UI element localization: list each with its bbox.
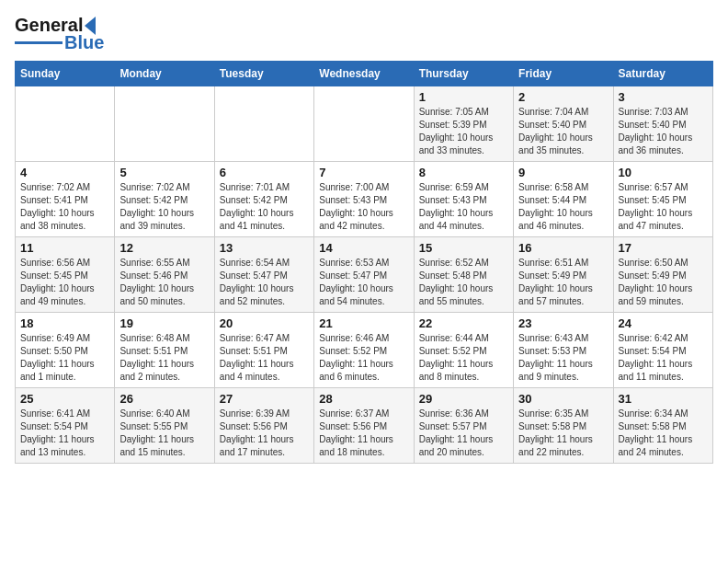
day-number: 15 (419, 241, 508, 255)
calendar-cell: 4Sunrise: 7:02 AMSunset: 5:41 PMDaylight… (16, 162, 115, 237)
day-number: 7 (319, 166, 408, 179)
calendar-cell: 8Sunrise: 6:59 AMSunset: 5:43 PMDaylight… (414, 162, 513, 237)
calendar-cell (214, 86, 313, 162)
calendar-cell: 30Sunrise: 6:35 AMSunset: 5:58 PMDayligh… (514, 388, 613, 464)
column-header-friday: Friday (514, 62, 613, 86)
day-number: 24 (619, 316, 708, 330)
logo-blue: Blue (64, 32, 104, 53)
day-info: Sunrise: 6:39 AMSunset: 5:56 PMDaylight:… (220, 408, 309, 459)
calendar-cell: 5Sunrise: 7:02 AMSunset: 5:42 PMDaylight… (115, 162, 214, 237)
day-number: 18 (20, 316, 109, 330)
day-number: 23 (518, 316, 608, 330)
calendar-cell: 27Sunrise: 6:39 AMSunset: 5:56 PMDayligh… (214, 388, 313, 464)
day-number: 16 (518, 241, 608, 255)
day-info: Sunrise: 6:53 AMSunset: 5:47 PMDaylight:… (319, 257, 408, 308)
day-number: 6 (220, 166, 309, 179)
column-header-monday: Monday (115, 62, 214, 86)
calendar-cell: 6Sunrise: 7:01 AMSunset: 5:42 PMDaylight… (214, 162, 313, 237)
calendar-cell (16, 86, 115, 162)
day-number: 21 (319, 316, 408, 330)
calendar-header-row: SundayMondayTuesdayWednesdayThursdayFrid… (16, 62, 713, 86)
day-info: Sunrise: 6:51 AMSunset: 5:49 PMDaylight:… (518, 257, 608, 308)
day-info: Sunrise: 6:36 AMSunset: 5:57 PMDaylight:… (419, 408, 508, 459)
calendar-cell: 16Sunrise: 6:51 AMSunset: 5:49 PMDayligh… (514, 237, 613, 313)
day-number: 13 (220, 241, 309, 255)
day-info: Sunrise: 6:47 AMSunset: 5:51 PMDaylight:… (220, 332, 309, 384)
day-number: 9 (518, 166, 608, 179)
column-header-saturday: Saturday (613, 62, 712, 86)
day-number: 2 (518, 90, 608, 104)
calendar-cell: 23Sunrise: 6:43 AMSunset: 5:53 PMDayligh… (514, 313, 613, 388)
day-info: Sunrise: 6:44 AMSunset: 5:52 PMDaylight:… (419, 332, 508, 384)
day-info: Sunrise: 7:03 AMSunset: 5:40 PMDaylight:… (619, 106, 708, 157)
column-header-wednesday: Wednesday (314, 62, 414, 86)
calendar-cell: 31Sunrise: 6:34 AMSunset: 5:58 PMDayligh… (613, 388, 712, 464)
day-number: 8 (419, 166, 508, 179)
day-info: Sunrise: 7:02 AMSunset: 5:42 PMDaylight:… (119, 181, 209, 233)
day-info: Sunrise: 7:02 AMSunset: 5:41 PMDaylight:… (20, 181, 109, 233)
day-number: 12 (119, 241, 209, 255)
day-number: 22 (419, 316, 508, 330)
day-number: 31 (619, 392, 708, 406)
calendar-cell: 17Sunrise: 6:50 AMSunset: 5:49 PMDayligh… (613, 237, 712, 313)
calendar-week-1: 1Sunrise: 7:05 AMSunset: 5:39 PMDaylight… (16, 86, 713, 162)
calendar-cell: 24Sunrise: 6:42 AMSunset: 5:54 PMDayligh… (613, 313, 712, 388)
day-info: Sunrise: 6:42 AMSunset: 5:54 PMDaylight:… (619, 332, 708, 384)
day-number: 29 (419, 392, 508, 406)
day-info: Sunrise: 6:37 AMSunset: 5:56 PMDaylight:… (319, 408, 408, 459)
day-info: Sunrise: 7:00 AMSunset: 5:43 PMDaylight:… (319, 181, 408, 233)
day-number: 30 (518, 392, 608, 406)
day-number: 28 (319, 392, 408, 406)
day-number: 3 (619, 90, 708, 104)
calendar-week-4: 18Sunrise: 6:49 AMSunset: 5:50 PMDayligh… (16, 313, 713, 388)
day-number: 14 (319, 241, 408, 255)
column-header-thursday: Thursday (414, 62, 513, 86)
logo: General Blue (15, 15, 104, 53)
day-info: Sunrise: 6:43 AMSunset: 5:53 PMDaylight:… (518, 332, 608, 384)
calendar-cell: 9Sunrise: 6:58 AMSunset: 5:44 PMDaylight… (514, 162, 613, 237)
calendar-cell (314, 86, 414, 162)
day-info: Sunrise: 6:59 AMSunset: 5:43 PMDaylight:… (419, 181, 508, 233)
day-info: Sunrise: 6:40 AMSunset: 5:55 PMDaylight:… (119, 408, 209, 459)
calendar-cell: 7Sunrise: 7:00 AMSunset: 5:43 PMDaylight… (314, 162, 414, 237)
day-info: Sunrise: 6:58 AMSunset: 5:44 PMDaylight:… (518, 181, 608, 233)
day-number: 25 (20, 392, 109, 406)
column-header-sunday: Sunday (16, 62, 115, 86)
calendar-cell: 15Sunrise: 6:52 AMSunset: 5:48 PMDayligh… (414, 237, 513, 313)
day-info: Sunrise: 6:46 AMSunset: 5:52 PMDaylight:… (319, 332, 408, 384)
page-header: General Blue (15, 15, 713, 53)
calendar-cell: 25Sunrise: 6:41 AMSunset: 5:54 PMDayligh… (16, 388, 115, 464)
day-number: 10 (619, 166, 708, 179)
day-info: Sunrise: 6:34 AMSunset: 5:58 PMDaylight:… (619, 408, 708, 459)
day-number: 27 (220, 392, 309, 406)
day-info: Sunrise: 6:55 AMSunset: 5:46 PMDaylight:… (119, 257, 209, 308)
day-number: 11 (20, 241, 109, 255)
day-info: Sunrise: 6:52 AMSunset: 5:48 PMDaylight:… (419, 257, 508, 308)
calendar-cell: 13Sunrise: 6:54 AMSunset: 5:47 PMDayligh… (214, 237, 313, 313)
day-number: 1 (419, 90, 508, 104)
day-info: Sunrise: 7:05 AMSunset: 5:39 PMDaylight:… (419, 106, 508, 157)
day-number: 17 (619, 241, 708, 255)
calendar-cell: 3Sunrise: 7:03 AMSunset: 5:40 PMDaylight… (613, 86, 712, 162)
day-info: Sunrise: 6:49 AMSunset: 5:50 PMDaylight:… (20, 332, 109, 384)
day-number: 19 (119, 316, 209, 330)
day-info: Sunrise: 6:41 AMSunset: 5:54 PMDaylight:… (20, 408, 109, 459)
calendar-cell (115, 86, 214, 162)
calendar-table: SundayMondayTuesdayWednesdayThursdayFrid… (15, 61, 713, 464)
calendar-cell: 22Sunrise: 6:44 AMSunset: 5:52 PMDayligh… (414, 313, 513, 388)
day-info: Sunrise: 6:56 AMSunset: 5:45 PMDaylight:… (20, 257, 109, 308)
day-info: Sunrise: 7:04 AMSunset: 5:40 PMDaylight:… (518, 106, 608, 157)
column-header-tuesday: Tuesday (214, 62, 313, 86)
day-number: 20 (220, 316, 309, 330)
calendar-cell: 19Sunrise: 6:48 AMSunset: 5:51 PMDayligh… (115, 313, 214, 388)
calendar-week-5: 25Sunrise: 6:41 AMSunset: 5:54 PMDayligh… (16, 388, 713, 464)
day-info: Sunrise: 6:54 AMSunset: 5:47 PMDaylight:… (220, 257, 309, 308)
calendar-cell: 2Sunrise: 7:04 AMSunset: 5:40 PMDaylight… (514, 86, 613, 162)
calendar-week-2: 4Sunrise: 7:02 AMSunset: 5:41 PMDaylight… (16, 162, 713, 237)
calendar-cell: 11Sunrise: 6:56 AMSunset: 5:45 PMDayligh… (16, 237, 115, 313)
day-info: Sunrise: 6:57 AMSunset: 5:45 PMDaylight:… (619, 181, 708, 233)
calendar-cell: 1Sunrise: 7:05 AMSunset: 5:39 PMDaylight… (414, 86, 513, 162)
day-info: Sunrise: 6:35 AMSunset: 5:58 PMDaylight:… (518, 408, 608, 459)
calendar-cell: 18Sunrise: 6:49 AMSunset: 5:50 PMDayligh… (16, 313, 115, 388)
calendar-cell: 21Sunrise: 6:46 AMSunset: 5:52 PMDayligh… (314, 313, 414, 388)
